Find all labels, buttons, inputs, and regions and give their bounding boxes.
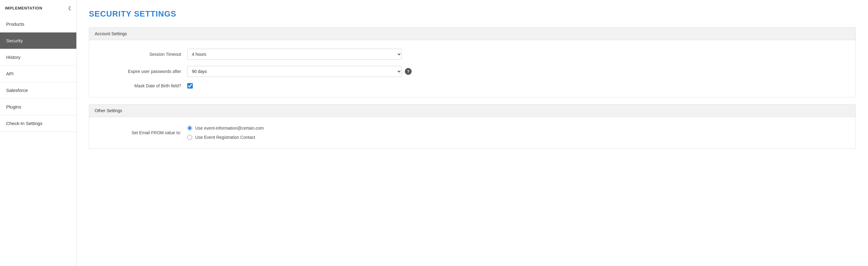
sidebar-item-check-in-settings[interactable]: Check-In Settings — [0, 115, 76, 132]
sidebar-item-plugins[interactable]: Plugins — [0, 99, 76, 115]
account-settings-card: Account Settings Session Timeout 1 hour … — [89, 27, 856, 97]
other-settings-body: Set Email FROM value to: Use event-infor… — [89, 117, 856, 148]
email-from-control: Use event-information@certain.com Use Ev… — [187, 126, 843, 140]
email-from-row: Set Email FROM value to: Use event-infor… — [101, 126, 843, 140]
session-timeout-control: 1 hour 2 hours 4 hours 8 hours Never — [187, 49, 843, 60]
mask-dob-checkbox[interactable] — [187, 83, 193, 89]
page-title: SECURITY SETTINGS — [89, 9, 856, 19]
mask-dob-label: Mask Date of Birth field? — [101, 84, 187, 88]
radio-option-event-info[interactable]: Use event-information@certain.com — [187, 126, 264, 131]
expire-passwords-label: Expire user passwords after — [101, 69, 187, 74]
account-settings-header: Account Settings — [89, 28, 856, 40]
radio-event-info[interactable] — [187, 126, 192, 131]
collapse-icon[interactable]: ❮ — [68, 5, 72, 10]
sidebar-item-products[interactable]: Products — [0, 16, 76, 32]
session-timeout-row: Session Timeout 1 hour 2 hours 4 hours 8… — [101, 49, 843, 60]
sidebar-item-security[interactable]: Security — [0, 32, 76, 49]
sidebar: IMPLEMENTATION ❮ Products Security Histo… — [0, 0, 76, 266]
expire-passwords-help-icon[interactable]: ? — [405, 68, 412, 75]
mask-dob-control — [187, 83, 843, 89]
sidebar-title: IMPLEMENTATION — [5, 6, 42, 10]
sidebar-item-history[interactable]: History — [0, 49, 76, 66]
main-content: SECURITY SETTINGS Account Settings Sessi… — [76, 0, 868, 266]
expire-passwords-control: 30 days 60 days 90 days 180 days Never ? — [187, 66, 843, 77]
session-timeout-select[interactable]: 1 hour 2 hours 4 hours 8 hours Never — [187, 49, 402, 60]
expire-passwords-select[interactable]: 30 days 60 days 90 days 180 days Never — [187, 66, 402, 77]
radio-option-event-registration[interactable]: Use Event Registration Contact — [187, 135, 264, 140]
other-settings-card: Other Settings Set Email FROM value to: … — [89, 104, 856, 148]
mask-dob-row: Mask Date of Birth field? — [101, 83, 843, 89]
account-settings-body: Session Timeout 1 hour 2 hours 4 hours 8… — [89, 40, 856, 97]
radio-event-registration[interactable] — [187, 135, 192, 140]
email-from-radio-group: Use event-information@certain.com Use Ev… — [187, 126, 264, 140]
session-timeout-label: Session Timeout — [101, 52, 187, 57]
email-from-label: Set Email FROM value to: — [101, 130, 187, 135]
expire-passwords-row: Expire user passwords after 30 days 60 d… — [101, 66, 843, 77]
sidebar-item-api[interactable]: API — [0, 66, 76, 82]
sidebar-item-salesforce[interactable]: Salesforce — [0, 82, 76, 99]
sidebar-header: IMPLEMENTATION ❮ — [0, 0, 76, 16]
other-settings-header: Other Settings — [89, 104, 856, 117]
